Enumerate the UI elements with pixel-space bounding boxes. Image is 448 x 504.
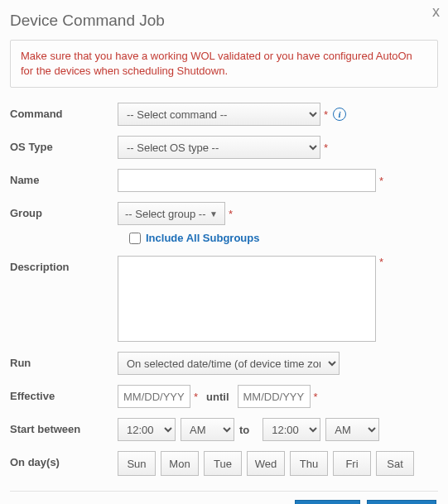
day-button-fri[interactable]: Fri — [333, 451, 371, 476]
required-marker: * — [229, 208, 233, 220]
day-button-sat[interactable]: Sat — [376, 451, 414, 476]
close-icon[interactable]: x — [432, 3, 440, 21]
info-icon[interactable]: i — [333, 108, 346, 121]
run-select[interactable]: On selected date/time (of device time zo… — [118, 352, 340, 375]
chevron-down-icon: ▼ — [210, 209, 218, 218]
description-textarea[interactable] — [118, 256, 376, 342]
description-label: Description — [10, 256, 118, 273]
required-marker: * — [194, 391, 198, 403]
command-label: Command — [10, 103, 118, 120]
day-button-wed[interactable]: Wed — [247, 451, 285, 476]
to-label: to — [239, 424, 249, 436]
required-marker: * — [314, 391, 318, 403]
os-type-label: OS Type — [10, 136, 118, 153]
ampm-to-select[interactable]: AM — [325, 418, 379, 441]
effective-label: Effective — [10, 385, 118, 402]
device-command-job-dialog: x Device Command Job Make sure that you … — [0, 0, 448, 504]
group-label: Group — [10, 202, 118, 219]
until-label: until — [206, 391, 229, 403]
include-subgroups-checkbox[interactable] — [129, 233, 141, 244]
cancel-button[interactable]: Cancel — [295, 500, 359, 504]
day-button-mon[interactable]: Mon — [161, 451, 199, 476]
time-from-select[interactable]: 12:00 — [118, 418, 176, 441]
group-select[interactable]: -- Select group -- ▼ — [118, 202, 225, 225]
required-marker: * — [379, 256, 383, 268]
warning-message: Make sure that you have a working WOL va… — [10, 40, 438, 88]
dialog-footer: Cancel Preview — [10, 500, 438, 504]
ampm-from-select[interactable]: AM — [181, 418, 234, 441]
day-button-tue[interactable]: Tue — [204, 451, 242, 476]
required-marker: * — [324, 142, 328, 154]
name-label: Name — [10, 169, 118, 186]
form: Command -- Select command -- * i OS Type… — [10, 103, 438, 504]
day-button-sun[interactable]: Sun — [118, 451, 156, 476]
preview-button[interactable]: Preview — [367, 500, 436, 504]
time-to-select[interactable]: 12:00 — [263, 418, 320, 441]
name-input[interactable] — [118, 169, 376, 192]
command-select[interactable]: -- Select command -- — [118, 103, 320, 126]
required-marker: * — [324, 108, 328, 121]
group-select-text: -- Select group -- — [125, 208, 206, 220]
os-type-select[interactable]: -- Select OS type -- — [118, 136, 320, 159]
days-group: Sun Mon Tue Wed Thu Fri Sat — [118, 451, 414, 476]
dialog-title: Device Command Job — [10, 12, 438, 30]
run-label: Run — [10, 352, 118, 369]
divider — [10, 491, 438, 492]
effective-until-input[interactable] — [238, 385, 311, 408]
include-subgroups-label: Include All Subgroups — [146, 232, 259, 244]
start-between-label: Start between — [10, 418, 118, 435]
required-marker: * — [379, 175, 383, 187]
day-button-thu[interactable]: Thu — [290, 451, 328, 476]
on-days-label: On day(s) — [10, 451, 118, 468]
effective-from-input[interactable] — [118, 385, 190, 408]
